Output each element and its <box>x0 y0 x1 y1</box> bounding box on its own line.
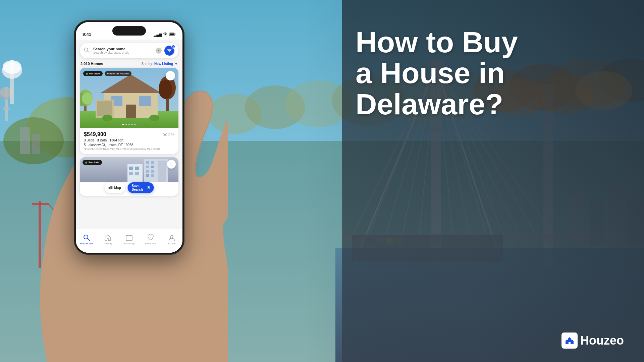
search-icon <box>84 47 91 54</box>
map-icon <box>109 186 113 190</box>
main-heading: How to Buy a House in Delaware? <box>356 27 624 120</box>
card-actions: Map Save Search <box>80 182 178 196</box>
status-time: 9:41 <box>83 32 91 37</box>
svg-point-123 <box>84 235 88 239</box>
listing-label: Listing <box>104 242 112 245</box>
svg-rect-17 <box>3 107 10 110</box>
property-card-2[interactable]: For Sale ♡ <box>80 157 178 196</box>
favourite-nav-icon <box>147 234 154 241</box>
sort-value: New Listing <box>154 62 173 66</box>
search-clear-button[interactable]: ✕ <box>156 48 162 54</box>
dot-5 <box>135 124 136 125</box>
for-sale-badge-2: For Sale <box>83 160 102 165</box>
dynamic-island <box>112 26 146 36</box>
dot-3 <box>128 124 130 125</box>
property-mls: Nashville (Real Tracs Mid) MLS-TN as dis… <box>84 147 174 150</box>
svg-rect-72 <box>571 338 572 340</box>
svg-rect-110 <box>151 170 154 173</box>
favorite-button-1[interactable]: ♡ <box>166 71 175 80</box>
svg-point-129 <box>170 235 173 238</box>
days-badge: 6 days on Houzeo <box>105 71 132 76</box>
profile-label: Profile <box>168 242 176 245</box>
svg-rect-125 <box>126 235 132 241</box>
svg-rect-108 <box>151 166 154 168</box>
for-sale-badge: For Sale <box>83 71 103 76</box>
nav-find-home[interactable]: Find Home <box>76 234 97 245</box>
svg-point-99 <box>149 115 159 121</box>
search-main-text: Search your home <box>93 47 153 51</box>
property-price: $549,900 <box>84 131 106 137</box>
sort-row[interactable]: Sort by: New Listing ▼ <box>142 62 178 66</box>
svg-rect-90 <box>97 101 112 116</box>
houzeo-logo: Houzeo <box>561 333 624 349</box>
houzeo-brand-name: Houzeo <box>580 334 624 348</box>
card-info-1: $549,900 2.3K 3 Beds 3 Bat <box>80 128 178 154</box>
svg-rect-71 <box>567 338 568 340</box>
svg-rect-73 <box>569 342 570 344</box>
map-save-overlay: Map Save Search <box>105 182 154 193</box>
homes-count-row: 2,010 Homes Sort by: New Listing ▼ <box>76 62 182 68</box>
property-specs: 3 Beds 3 Bath 1364 sqft. <box>84 138 174 142</box>
favourite-label: Favourite <box>145 242 156 245</box>
favorite-button-2[interactable]: ♡ <box>167 160 176 169</box>
homes-count: 2,010 Homes <box>80 62 103 66</box>
svg-point-97 <box>159 80 172 99</box>
svg-rect-109 <box>146 170 149 173</box>
search-bar[interactable]: Search your home Search by city, state, … <box>80 43 178 58</box>
svg-rect-118 <box>109 187 110 189</box>
price-row: $549,900 2.3K <box>84 131 174 137</box>
nav-listing[interactable]: Listing <box>97 234 119 245</box>
house-icon <box>565 336 575 346</box>
svg-rect-120 <box>111 186 113 189</box>
map-button[interactable]: Map <box>105 182 125 193</box>
search-text-area: Search your home Search by city, state, … <box>93 47 153 54</box>
signal-icon: ▂▄▆ <box>154 33 162 37</box>
svg-rect-115 <box>135 167 139 170</box>
svg-point-94 <box>82 93 93 105</box>
find-home-label: Find Home <box>80 242 93 245</box>
dot-4 <box>131 124 133 125</box>
find-home-nav-icon <box>83 234 90 241</box>
phone-content: Search your home Search by city, state, … <box>76 40 182 253</box>
phone-area: 9:41 ▂▄▆ <box>27 10 262 362</box>
sqft-value: 1364 <box>110 138 117 142</box>
svg-rect-76 <box>170 34 174 35</box>
svg-rect-117 <box>135 172 139 175</box>
svg-rect-87 <box>139 96 151 106</box>
svg-rect-114 <box>129 167 133 170</box>
svg-rect-107 <box>146 166 149 168</box>
svg-rect-105 <box>146 161 149 164</box>
property-card-1[interactable]: For Sale 6 days on Houzeo ♡ <box>80 68 178 154</box>
nav-showings[interactable]: Showings <box>118 234 140 245</box>
beds-value: 3 <box>84 138 86 142</box>
phone-frame: 9:41 ▂▄▆ <box>74 20 184 255</box>
listing-nav-icon <box>104 234 111 241</box>
svg-line-78 <box>88 51 89 52</box>
svg-point-98 <box>102 115 112 121</box>
chevron-down-icon: ▼ <box>174 62 178 66</box>
svg-rect-75 <box>175 34 175 35</box>
nav-favourite[interactable]: Favourite <box>140 234 161 245</box>
save-search-button[interactable]: Save Search <box>128 182 154 193</box>
houzeo-icon <box>561 333 578 349</box>
baths-value: 3 <box>97 138 99 142</box>
svg-line-124 <box>88 239 90 241</box>
phone-inner: 9:41 ▂▄▆ <box>76 22 182 253</box>
property-image-2: For Sale ♡ <box>80 157 178 182</box>
svg-rect-111 <box>146 174 149 177</box>
svg-point-101 <box>164 134 166 135</box>
property-image-1: For Sale 6 days on Houzeo ♡ <box>80 68 178 128</box>
svg-rect-104 <box>158 161 166 182</box>
filter-button[interactable]: 6 <box>164 46 174 56</box>
showings-label: Showings <box>123 242 135 245</box>
nav-profile[interactable]: Profile <box>161 234 182 245</box>
bookmark-icon <box>147 186 150 190</box>
property-views: 2.3K <box>163 133 174 136</box>
dot-1 <box>122 124 124 125</box>
sort-label: Sort by: <box>142 62 153 66</box>
svg-rect-106 <box>151 161 154 164</box>
dot-2 <box>125 124 127 125</box>
bottom-nav: Find Home Listing <box>76 229 182 253</box>
sale-dot-2 <box>85 162 87 164</box>
profile-nav-icon <box>168 234 175 241</box>
